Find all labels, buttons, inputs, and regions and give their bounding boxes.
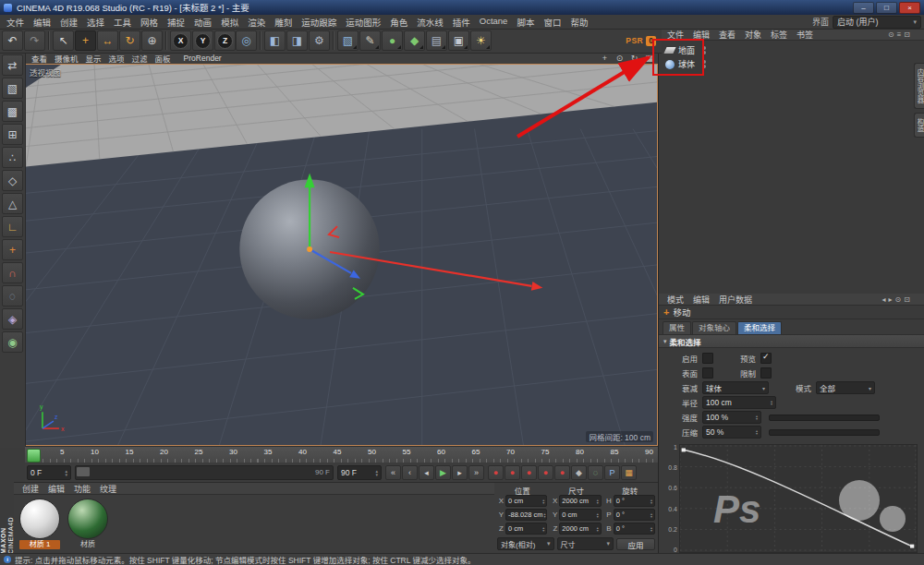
material-item[interactable]: 材质 1 bbox=[19, 499, 60, 549]
material-item[interactable]: 材质 bbox=[67, 499, 108, 549]
attribute-tab[interactable]: 柔和选择 bbox=[737, 321, 782, 334]
generator-button[interactable]: ◆ bbox=[404, 30, 425, 51]
edges-mode-button[interactable]: ◇ bbox=[2, 170, 23, 191]
menu-item[interactable]: 模拟 bbox=[216, 16, 243, 29]
record-point-level-toggle[interactable]: ● bbox=[554, 465, 570, 480]
preview-range-slider[interactable]: 90 F bbox=[75, 465, 334, 480]
menu-item[interactable]: 运动图形 bbox=[341, 16, 385, 29]
gizmo-center[interactable] bbox=[307, 246, 312, 252]
zoom-view-icon[interactable]: ⊙ bbox=[614, 54, 626, 63]
timeline-position-marker[interactable] bbox=[27, 449, 41, 463]
object-name[interactable]: 球体 bbox=[678, 58, 695, 70]
viewport-menu-item[interactable]: 查看 bbox=[28, 53, 51, 64]
forward-icon[interactable]: ▸ bbox=[889, 295, 893, 304]
menu-item[interactable]: 创建 bbox=[55, 16, 82, 29]
size-input[interactable]: 0 cm bbox=[559, 509, 601, 521]
menu-item[interactable]: 运动跟踪 bbox=[297, 16, 341, 29]
move-tool[interactable]: + bbox=[75, 30, 96, 51]
ruler-button[interactable]: ∟ bbox=[2, 216, 23, 237]
strength-slider[interactable] bbox=[769, 415, 880, 421]
viewport-menu-item[interactable]: 过滤 bbox=[128, 53, 152, 64]
subdivision-surface-button[interactable]: ● bbox=[382, 30, 403, 51]
visibility-dots[interactable] bbox=[702, 46, 706, 54]
render-settings-button[interactable]: ⚙ bbox=[309, 30, 330, 51]
texture-mode-button[interactable]: ▩ bbox=[2, 101, 23, 122]
undo-button[interactable]: ↶ bbox=[2, 30, 23, 51]
material-preview[interactable] bbox=[19, 499, 60, 539]
menu-item[interactable]: Octane bbox=[475, 16, 513, 29]
record-scale-toggle[interactable]: ● bbox=[521, 465, 537, 480]
axis-mode-button[interactable]: + bbox=[2, 239, 23, 260]
maximize-button[interactable]: □ bbox=[876, 2, 897, 14]
material-menu-item[interactable]: 创建 bbox=[18, 483, 43, 495]
previous-frame-button[interactable]: ◂ bbox=[419, 465, 434, 480]
end-frame-field[interactable]: 90 F bbox=[337, 465, 382, 480]
toggle-view-icon[interactable]: ▦ bbox=[643, 54, 655, 63]
radius-field[interactable]: 100 cm bbox=[702, 396, 776, 409]
render-picture-viewer-button[interactable]: ◨ bbox=[286, 30, 308, 51]
prorender-menu[interactable]: ProRender bbox=[180, 54, 225, 63]
menu-item[interactable]: 渲染 bbox=[243, 16, 270, 29]
material-name[interactable]: 材质 1 bbox=[19, 540, 60, 549]
search-icon[interactable]: ⊙ bbox=[888, 30, 894, 39]
attribute-menu-item[interactable]: 模式 bbox=[663, 294, 688, 306]
menu-item[interactable]: 帮助 bbox=[565, 16, 592, 29]
model-mode-button[interactable]: ▧ bbox=[2, 78, 23, 99]
limit-checkbox[interactable] bbox=[760, 367, 772, 379]
menu-item[interactable]: 角色 bbox=[385, 16, 412, 29]
menu-item[interactable]: 流水线 bbox=[412, 16, 448, 29]
coordinate-system-button[interactable]: ◎ bbox=[236, 30, 257, 51]
redo-button[interactable]: ↷ bbox=[24, 30, 45, 51]
rotation-input[interactable]: 0 ° bbox=[614, 523, 655, 535]
timeline-ruler[interactable]: 051015202530354045505560657075808590 bbox=[25, 446, 658, 464]
rotate-view-icon[interactable]: ↻ bbox=[628, 54, 640, 63]
menu-item[interactable]: 编辑 bbox=[29, 16, 55, 29]
viewport-menu-item[interactable]: 面板 bbox=[152, 53, 175, 64]
preview-checkbox[interactable] bbox=[760, 353, 772, 364]
record-position-toggle[interactable]: ● bbox=[505, 465, 520, 480]
previous-key-button[interactable]: ‹ bbox=[402, 465, 418, 480]
render-view-button[interactable]: ◧ bbox=[264, 30, 286, 51]
layout-select[interactable]: 启动 (用户) bbox=[833, 16, 921, 29]
floor-environment-button[interactable]: ▤ bbox=[426, 30, 447, 51]
size-mode-select[interactable]: 尺寸 bbox=[557, 537, 614, 550]
current-frame-field[interactable]: 0 F bbox=[27, 465, 71, 480]
camera-button[interactable]: ▣ bbox=[448, 30, 469, 51]
attribute-menu-item[interactable]: 用户数据 bbox=[714, 294, 757, 306]
polygons-mode-button[interactable]: △ bbox=[2, 193, 23, 214]
viewport-canvas[interactable]: y x z 透视视图 网格间距: 100 cm bbox=[25, 64, 658, 446]
y-axis-lock-button[interactable]: Y bbox=[192, 30, 213, 51]
visibility-dots[interactable] bbox=[702, 60, 706, 68]
add-cube-button[interactable]: ▧ bbox=[337, 30, 359, 51]
material-preview[interactable] bbox=[67, 499, 108, 539]
pinch-field[interactable]: 50 % bbox=[702, 426, 761, 439]
pinch-slider[interactable] bbox=[769, 429, 880, 436]
light-button[interactable]: ☀ bbox=[470, 30, 492, 51]
pen-spline-button[interactable]: ✎ bbox=[359, 30, 381, 51]
menu-item[interactable]: 文件 bbox=[2, 16, 29, 29]
object-row[interactable]: 地面 bbox=[659, 43, 924, 57]
collapse-icon[interactable]: ▾ bbox=[663, 338, 667, 345]
mode-select[interactable]: 全部 bbox=[816, 381, 875, 394]
lock-icon[interactable]: ⊡ bbox=[904, 295, 910, 304]
object-manager-menu-item[interactable]: 对象 bbox=[740, 29, 766, 41]
menu-item[interactable]: 动画 bbox=[189, 16, 216, 29]
x-axis-lock-button[interactable]: X bbox=[170, 30, 191, 51]
play-forward-button[interactable]: ▶ bbox=[435, 465, 451, 480]
menu-item[interactable]: 选择 bbox=[82, 16, 109, 29]
filter-icon[interactable]: ≡ bbox=[897, 30, 902, 39]
playback-mode-button[interactable]: P bbox=[604, 465, 620, 480]
range-slider-handle[interactable] bbox=[77, 467, 90, 476]
object-manager-menu-item[interactable]: 标签 bbox=[766, 29, 792, 41]
viewport-menu-item[interactable]: 摄像机 bbox=[51, 53, 82, 64]
menu-item[interactable]: 雕刻 bbox=[270, 16, 297, 29]
minimize-button[interactable]: – bbox=[853, 2, 874, 14]
falloff-curve-line[interactable] bbox=[683, 450, 912, 547]
apply-button[interactable]: 应用 bbox=[616, 538, 655, 550]
position-input[interactable]: -88.028 cm bbox=[505, 509, 547, 521]
size-input[interactable]: 2000 cm bbox=[559, 495, 601, 507]
go-to-start-button[interactable]: « bbox=[385, 465, 401, 480]
material-name[interactable]: 材质 bbox=[67, 540, 108, 549]
object-manager-menu-item[interactable]: 文件 bbox=[663, 29, 688, 41]
menu-item[interactable]: 窗口 bbox=[539, 16, 565, 29]
